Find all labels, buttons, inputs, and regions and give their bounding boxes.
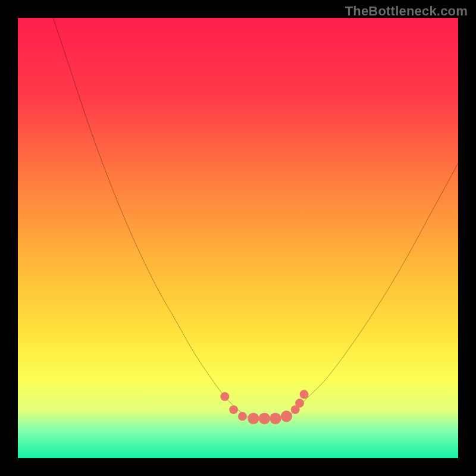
valley-dot: [270, 413, 281, 424]
valley-dot: [248, 413, 259, 424]
bottleneck-curve: [18, 18, 458, 458]
valley-dot: [259, 413, 270, 424]
chart-frame: TheBottleneck.com: [0, 0, 476, 476]
valley-dot: [229, 405, 238, 414]
valley-dot: [220, 392, 229, 401]
valley-dot: [238, 412, 247, 421]
valley-dot: [295, 399, 304, 408]
valley-dot: [281, 411, 292, 422]
valley-dot: [300, 390, 309, 399]
plot-area: [18, 18, 458, 458]
watermark-text: TheBottleneck.com: [345, 4, 468, 19]
